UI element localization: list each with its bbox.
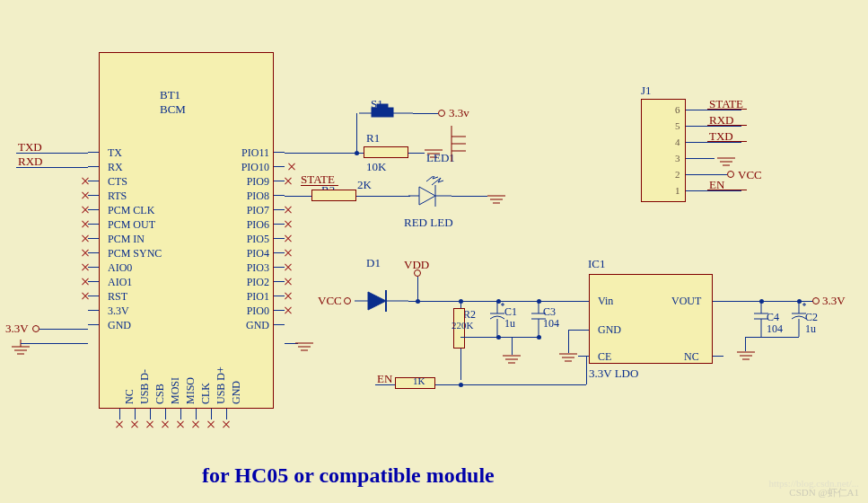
bt1-bottom-7: GND — [230, 381, 243, 404]
nc-bottom-2 — [145, 420, 154, 429]
j1-pinnum-6: 6 — [675, 104, 680, 115]
net-vdd: VDD — [404, 258, 429, 272]
bt1-bottom-6: USB D+ — [215, 366, 228, 404]
nc-left-6 — [81, 234, 90, 243]
s1-symbol — [359, 102, 413, 119]
r1-val: 10K — [366, 160, 386, 174]
nc-left-9 — [81, 278, 90, 287]
nc-left-5 — [81, 220, 90, 229]
svg-marker-16 — [419, 187, 435, 205]
bt1-right-9: PIO2 — [224, 276, 269, 289]
bt1-name: BCM — [160, 102, 186, 117]
bt1-right-11: PIO0 — [224, 304, 269, 318]
nc-bottom-6 — [206, 420, 215, 429]
c1-symbol — [488, 301, 506, 337]
r3-val: 2K — [357, 178, 372, 192]
d1-ref: D1 — [366, 256, 381, 270]
ic1-ce: CE — [598, 350, 611, 364]
c3-symbol — [530, 301, 548, 337]
j1-pinnum-5: 5 — [675, 120, 680, 131]
bt1-right-5: PIO6 — [224, 218, 269, 232]
svg-marker-28 — [368, 292, 386, 310]
nc-bottom-0 — [115, 420, 124, 429]
bt1-right-0: PIO11 — [224, 146, 269, 160]
led1-symbol — [446, 126, 473, 162]
nc-bottom-4 — [176, 420, 185, 429]
bt1-right-3: PIO8 — [224, 190, 269, 203]
watermark: CSDN @虾仁A1 — [789, 486, 859, 499]
page-title: for HC05 or compatible module — [202, 463, 495, 488]
r2-val: 220K — [452, 320, 473, 331]
nc-right-9 — [284, 278, 293, 287]
nc-right-6 — [284, 234, 293, 243]
j1-ref: J1 — [641, 84, 652, 98]
bt1-right-7: PIO4 — [224, 247, 269, 260]
j1-pinnum-3: 3 — [675, 153, 680, 163]
nc-right-8 — [284, 263, 293, 272]
bt1-right-1: PIO10 — [224, 161, 269, 174]
red-led-symbol — [408, 176, 462, 212]
j1-pinnum-4: 4 — [675, 137, 680, 147]
nc-left-7 — [81, 249, 90, 258]
c4-symbol — [752, 301, 770, 337]
bt1-bottom-3: MOSI — [169, 377, 182, 404]
nc-bottom-7 — [222, 420, 231, 429]
r3-body — [311, 190, 356, 201]
j1-label-4: VCC — [738, 168, 762, 182]
r1-ref: R1 — [366, 131, 380, 146]
net-3v3-left: 3.3V — [5, 322, 29, 336]
nc-right-5 — [284, 220, 293, 229]
nc-left-10 — [81, 292, 90, 301]
j1-pinnum-1: 1 — [675, 185, 680, 196]
bt1-bottom-4: MISO — [184, 377, 197, 404]
bt1-left-12: GND — [108, 319, 131, 332]
gnd-out — [734, 349, 758, 368]
bt1-left-11: 3.3V — [108, 304, 129, 318]
bt1-left-3: RTS — [108, 190, 127, 203]
nc-right-4 — [284, 206, 293, 215]
r4-val: 1K — [413, 375, 425, 386]
nc-left-3 — [81, 191, 90, 200]
ic1-gnd: GND — [598, 323, 621, 337]
gnd-redled — [485, 187, 512, 208]
nc-right-10 — [284, 292, 293, 301]
gnd-ic1 — [557, 350, 580, 370]
ic1-name: 3.3V LDO — [589, 366, 638, 381]
nc-right-7 — [284, 249, 293, 258]
ic1-vout: VOUT — [671, 295, 701, 308]
net-3v3-out: 3.3V — [822, 294, 846, 308]
svg-rect-6 — [377, 104, 388, 108]
gnd-bt1-right — [293, 340, 316, 359]
bt1-bottom-0: NC — [123, 389, 136, 404]
bt1-right-6: PIO5 — [224, 233, 269, 246]
port-vcc — [344, 297, 351, 304]
bt1-ref: BT1 — [160, 88, 180, 102]
bt1-left-2: CTS — [108, 175, 127, 189]
nc-bottom-5 — [191, 420, 200, 429]
bt1-right-12: GND — [224, 319, 269, 332]
ic1-nc: NC — [684, 350, 699, 364]
port-j1-vcc — [727, 171, 734, 178]
bt1-left-7: PCM SYNC — [108, 247, 162, 260]
nc-right-11 — [284, 306, 293, 315]
nc-bottom-3 — [161, 420, 170, 429]
nc-left-2 — [81, 177, 90, 186]
nc-left-4 — [81, 206, 90, 215]
svg-rect-5 — [372, 108, 393, 117]
bt1-left-8: AIO0 — [108, 261, 132, 275]
bt1-left-1: RX — [108, 161, 123, 174]
bt1-right-10: PIO1 — [224, 290, 269, 304]
j1-pinnum-2: 2 — [675, 169, 680, 180]
port-3v3-out — [812, 297, 820, 304]
bt1-bottom-5: CLK — [199, 383, 213, 404]
ic1-vin: Vin — [598, 295, 613, 308]
nc-left-8 — [81, 263, 90, 272]
ic1-ref: IC1 — [588, 257, 606, 271]
bt1-left-4: PCM CLK — [108, 204, 154, 217]
redled-name: RED LED — [404, 216, 453, 230]
gnd-caps — [500, 352, 523, 372]
bt1-right-8: PIO3 — [224, 261, 269, 275]
net-vcc: VCC — [318, 294, 342, 308]
port-3v3-left — [32, 325, 39, 332]
port-3v3v-s1 — [438, 110, 445, 117]
